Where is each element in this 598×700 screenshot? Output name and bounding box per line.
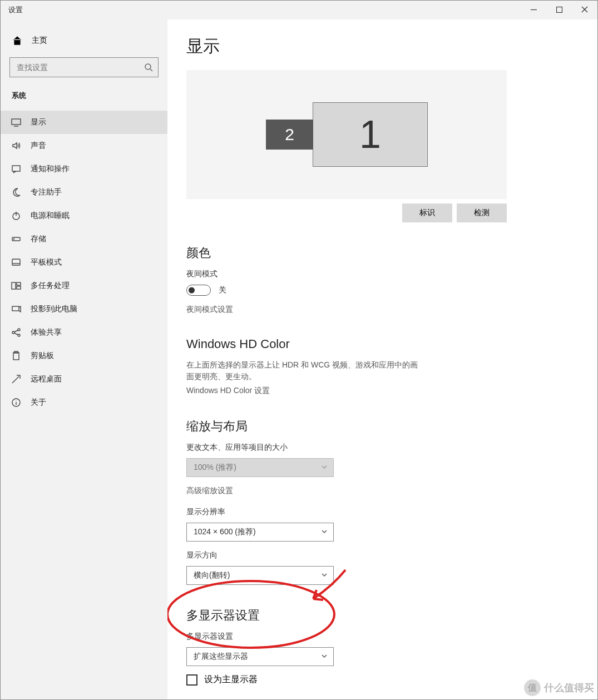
notification-icon bbox=[11, 164, 22, 174]
primary-monitor-row[interactable]: 设为主显示器 bbox=[186, 674, 579, 686]
svg-point-4 bbox=[145, 64, 151, 69]
orientation-label: 显示方向 bbox=[186, 550, 579, 560]
home-link[interactable]: 主页 bbox=[1, 29, 167, 52]
svg-line-22 bbox=[14, 330, 18, 332]
svg-line-5 bbox=[150, 69, 152, 71]
svg-rect-24 bbox=[13, 353, 19, 360]
primary-monitor-label: 设为主显示器 bbox=[204, 674, 258, 686]
sidebar-item-remote[interactable]: 远程桌面 bbox=[1, 368, 167, 391]
window-controls bbox=[521, 1, 597, 18]
window-title: 设置 bbox=[8, 5, 23, 15]
home-label: 主页 bbox=[32, 36, 47, 46]
monitor-icon bbox=[11, 117, 22, 127]
tablet-icon bbox=[11, 257, 22, 267]
share-icon bbox=[11, 327, 22, 337]
svg-rect-6 bbox=[12, 119, 21, 125]
sidebar-item-label: 关于 bbox=[31, 398, 46, 408]
svg-rect-17 bbox=[17, 286, 21, 289]
detect-button[interactable]: 检测 bbox=[457, 203, 507, 222]
chevron-down-icon bbox=[321, 463, 328, 472]
storage-icon bbox=[11, 234, 22, 244]
project-icon bbox=[11, 304, 22, 314]
svg-point-19 bbox=[12, 331, 14, 334]
page-title: 显示 bbox=[186, 35, 579, 58]
chevron-down-icon bbox=[321, 571, 328, 580]
orientation-dropdown[interactable]: 横向(翻转) bbox=[186, 566, 334, 585]
multi-display-value: 扩展这些显示器 bbox=[194, 652, 248, 662]
text-size-value: 100% (推荐) bbox=[194, 463, 236, 473]
main-panel: 显示 2 1 标识 检测 颜色 夜间模式 关 夜间模式设置 Windows HD… bbox=[167, 19, 597, 699]
svg-point-20 bbox=[18, 329, 20, 331]
svg-rect-8 bbox=[12, 166, 20, 171]
primary-monitor-checkbox[interactable] bbox=[186, 674, 197, 686]
advanced-scaling-link[interactable]: 高级缩放设置 bbox=[186, 486, 579, 496]
sidebar-item-label: 通知和操作 bbox=[31, 164, 70, 174]
sidebar-item-sound[interactable]: 声音 bbox=[1, 134, 167, 157]
search-icon bbox=[144, 63, 153, 72]
sidebar: 主页 系统 显示 声音 通知和操作 专注助手 bbox=[1, 19, 167, 699]
search-input[interactable] bbox=[9, 57, 159, 77]
svg-line-23 bbox=[14, 333, 18, 335]
color-heading: 颜色 bbox=[186, 245, 579, 261]
night-mode-toggle[interactable] bbox=[186, 285, 211, 296]
power-icon bbox=[11, 211, 22, 221]
monitor-arrangement[interactable]: 2 1 bbox=[186, 70, 507, 199]
home-icon bbox=[12, 35, 23, 46]
sidebar-item-label: 远程桌面 bbox=[31, 374, 62, 384]
svg-point-29 bbox=[16, 400, 17, 401]
sidebar-item-label: 电源和睡眠 bbox=[31, 211, 70, 221]
sidebar-item-label: 显示 bbox=[31, 117, 46, 127]
remote-icon bbox=[11, 374, 22, 384]
info-icon bbox=[11, 398, 22, 408]
resolution-dropdown[interactable]: 1024 × 600 (推荐) bbox=[186, 523, 334, 542]
hd-color-heading: Windows HD Color bbox=[186, 337, 579, 351]
sidebar-item-display[interactable]: 显示 bbox=[1, 111, 167, 134]
sidebar-item-tablet[interactable]: 平板模式 bbox=[1, 251, 167, 274]
sidebar-item-label: 平板模式 bbox=[31, 257, 62, 267]
sidebar-item-multitask[interactable]: 多任务处理 bbox=[1, 274, 167, 297]
sidebar-item-label: 剪贴板 bbox=[31, 351, 54, 361]
sidebar-item-label: 体验共享 bbox=[31, 327, 62, 337]
sidebar-item-power[interactable]: 电源和睡眠 bbox=[1, 204, 167, 227]
category-header: 系统 bbox=[1, 87, 167, 111]
sidebar-item-share[interactable]: 体验共享 bbox=[1, 321, 167, 344]
svg-rect-15 bbox=[12, 282, 16, 289]
sidebar-item-label: 声音 bbox=[31, 141, 46, 151]
sidebar-item-notifications[interactable]: 通知和操作 bbox=[1, 157, 167, 181]
maximize-button[interactable] bbox=[546, 1, 572, 18]
resolution-value: 1024 × 600 (推荐) bbox=[194, 527, 256, 537]
clipboard-icon bbox=[11, 351, 22, 361]
resolution-label: 显示分辨率 bbox=[186, 507, 579, 517]
sidebar-item-storage[interactable]: 存储 bbox=[1, 227, 167, 251]
sidebar-item-focus[interactable]: 专注助手 bbox=[1, 181, 167, 204]
sidebar-item-clipboard[interactable]: 剪贴板 bbox=[1, 344, 167, 368]
chevron-down-icon bbox=[321, 652, 328, 661]
sidebar-item-label: 专注助手 bbox=[31, 187, 62, 197]
night-mode-settings-link[interactable]: 夜间模式设置 bbox=[186, 305, 579, 315]
multi-display-label: 多显示器设置 bbox=[186, 632, 579, 642]
night-mode-label: 夜间模式 bbox=[186, 269, 579, 279]
multitask-icon bbox=[11, 281, 22, 291]
multi-display-dropdown[interactable]: 扩展这些显示器 bbox=[186, 647, 334, 666]
svg-point-21 bbox=[18, 334, 20, 336]
svg-point-12 bbox=[13, 239, 14, 239]
svg-rect-13 bbox=[12, 259, 20, 265]
svg-line-26 bbox=[12, 380, 16, 383]
sidebar-item-label: 投影到此电脑 bbox=[31, 304, 77, 314]
hd-color-link[interactable]: Windows HD Color 设置 bbox=[186, 386, 579, 396]
text-size-dropdown[interactable]: 100% (推荐) bbox=[186, 458, 334, 477]
sidebar-item-about[interactable]: 关于 bbox=[1, 391, 167, 414]
identify-button[interactable]: 标识 bbox=[402, 203, 452, 222]
close-button[interactable] bbox=[572, 1, 597, 18]
text-size-label: 更改文本、应用等项目的大小 bbox=[186, 443, 579, 453]
minimize-button[interactable] bbox=[521, 1, 546, 18]
sidebar-item-label: 存储 bbox=[31, 234, 46, 244]
svg-rect-18 bbox=[12, 306, 19, 311]
sidebar-item-project[interactable]: 投影到此电脑 bbox=[1, 297, 167, 321]
moon-icon bbox=[11, 187, 22, 197]
svg-rect-16 bbox=[17, 282, 21, 285]
monitor-1[interactable]: 1 bbox=[313, 102, 428, 167]
monitor-2[interactable]: 2 bbox=[266, 120, 313, 150]
chevron-down-icon bbox=[321, 528, 328, 537]
night-mode-state: 关 bbox=[219, 285, 226, 295]
